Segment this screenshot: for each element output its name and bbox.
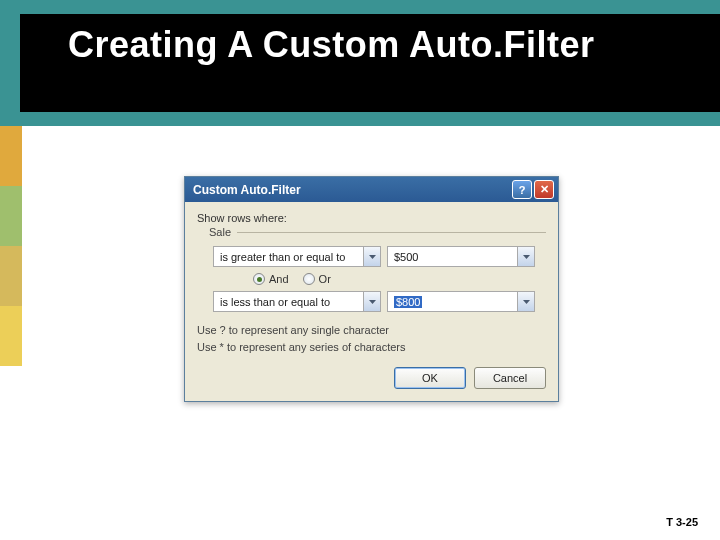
ok-button[interactable]: OK <box>394 367 466 389</box>
value-input-2[interactable]: $800 <box>387 291 535 312</box>
help-icon: ? <box>519 184 526 196</box>
radio-outer <box>303 273 315 285</box>
logic-radio-group: And Or <box>253 273 546 285</box>
custom-autofilter-dialog: Custom Auto.Filter ? ✕ Show rows where: … <box>184 176 559 402</box>
sidebar-accent-1 <box>0 126 22 186</box>
page-number: T 3-25 <box>666 516 698 528</box>
slide-title: Creating A Custom Auto.Filter <box>68 24 595 66</box>
radio-dot-icon <box>257 277 262 282</box>
cancel-label: Cancel <box>493 372 527 384</box>
help-button[interactable]: ? <box>512 180 532 199</box>
radio-or[interactable]: Or <box>303 273 331 285</box>
close-icon: ✕ <box>540 183 549 196</box>
field-label: Sale <box>197 226 237 238</box>
criteria-row-2: is less than or equal to $800 <box>213 291 546 312</box>
dialog-body: Show rows where: Sale is greater than or… <box>185 202 558 401</box>
chevron-down-icon <box>363 247 380 266</box>
cancel-button[interactable]: Cancel <box>474 367 546 389</box>
fieldset-rule <box>237 232 546 233</box>
radio-or-label: Or <box>319 273 331 285</box>
value-1-text: $500 <box>388 251 517 263</box>
sidebar-accent-2 <box>0 186 22 246</box>
dialog-titlebar[interactable]: Custom Auto.Filter ? ✕ <box>185 177 558 202</box>
prompt-label: Show rows where: <box>197 212 546 224</box>
close-button[interactable]: ✕ <box>534 180 554 199</box>
svg-marker-1 <box>523 255 530 259</box>
radio-outer <box>253 273 265 285</box>
criteria-row-1: is greater than or equal to $500 <box>213 246 546 267</box>
fieldset-header: Sale <box>197 226 546 238</box>
dialog-button-row: OK Cancel <box>197 367 546 389</box>
value-input-1[interactable]: $500 <box>387 246 535 267</box>
operator-1-value: is greater than or equal to <box>214 251 363 263</box>
hint-line-2: Use * to represent any series of charact… <box>197 339 546 356</box>
hints-block: Use ? to represent any single character … <box>197 322 546 355</box>
value-2-text: $800 <box>388 296 517 308</box>
chevron-down-icon <box>517 292 534 311</box>
svg-marker-0 <box>369 255 376 259</box>
ok-label: OK <box>422 372 438 384</box>
svg-marker-3 <box>523 300 530 304</box>
hint-line-1: Use ? to represent any single character <box>197 322 546 339</box>
chevron-down-icon <box>363 292 380 311</box>
radio-and[interactable]: And <box>253 273 289 285</box>
sidebar-accent-3 <box>0 246 22 306</box>
sidebar-accent-4 <box>0 306 22 366</box>
svg-marker-2 <box>369 300 376 304</box>
operator-select-1[interactable]: is greater than or equal to <box>213 246 381 267</box>
chevron-down-icon <box>517 247 534 266</box>
operator-2-value: is less than or equal to <box>214 296 363 308</box>
dialog-title: Custom Auto.Filter <box>193 183 510 197</box>
operator-select-2[interactable]: is less than or equal to <box>213 291 381 312</box>
radio-and-label: And <box>269 273 289 285</box>
